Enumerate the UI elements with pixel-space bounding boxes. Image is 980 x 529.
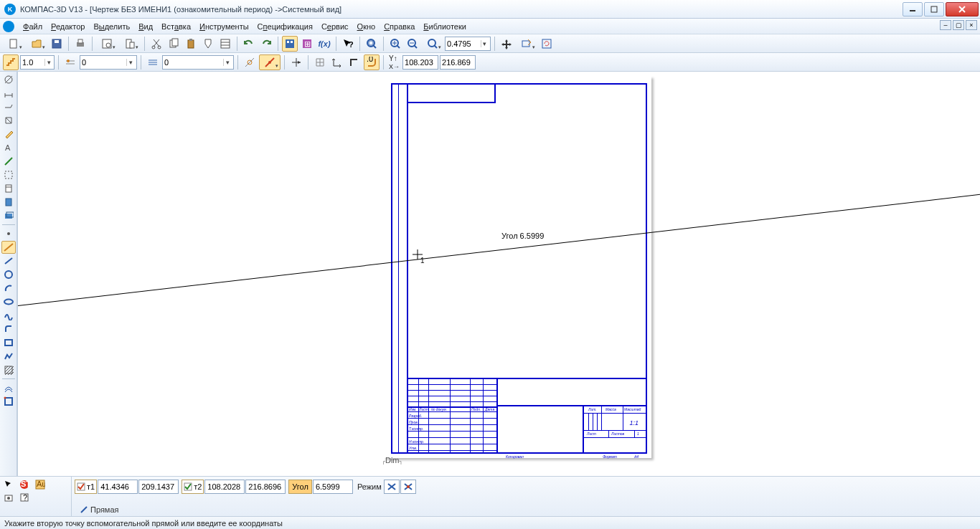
variables-button[interactable]: ⊞	[299, 36, 315, 52]
round-button[interactable]: .0	[364, 54, 380, 70]
help-cursor-button[interactable]: ?	[340, 36, 356, 52]
layer-state-icon[interactable]	[62, 54, 78, 70]
ortho-button[interactable]	[347, 54, 362, 70]
polyline-tool[interactable]	[1, 350, 16, 363]
property-tab[interactable]: Прямая	[76, 505, 123, 515]
circle-tool[interactable]	[1, 268, 16, 281]
paste-button[interactable]	[183, 36, 199, 52]
properties-button[interactable]	[217, 36, 233, 52]
maximize-button[interactable]	[924, 2, 944, 16]
zoom-fit-button[interactable]	[364, 36, 380, 52]
grid-button[interactable]	[312, 54, 328, 70]
undo-button[interactable]	[241, 36, 257, 52]
t2-y[interactable]	[245, 480, 286, 494]
zoom-window-button[interactable]	[422, 36, 443, 52]
param-panel-icon[interactable]: A	[1, 141, 16, 154]
dim-panel-icon[interactable]	[1, 87, 16, 100]
rectangle-tool[interactable]	[1, 336, 16, 349]
mode-no-intersect[interactable]	[384, 480, 400, 494]
help-obj-button[interactable]: ?	[17, 491, 32, 504]
redraw-button[interactable]	[539, 36, 555, 52]
zoom-out-button[interactable]	[405, 36, 420, 52]
fx-button[interactable]: f(x)	[316, 36, 332, 52]
angle-label[interactable]: Угол	[288, 480, 312, 494]
ortho-x-button[interactable]	[288, 54, 304, 70]
interrupt-button[interactable]: STOP	[17, 478, 32, 491]
format-painter-button[interactable]	[200, 36, 216, 52]
close-button[interactable]	[946, 2, 979, 16]
step-value[interactable]	[22, 58, 44, 67]
spec-panel-icon[interactable]	[1, 182, 16, 195]
menu-spec[interactable]: Спецификация	[253, 21, 317, 32]
arc-tool[interactable]	[1, 282, 16, 295]
angle-value[interactable]	[313, 480, 353, 494]
redo-button[interactable]	[258, 36, 274, 52]
menu-edit[interactable]: Редактор	[47, 21, 89, 32]
menu-select[interactable]: Выделить	[89, 21, 134, 32]
mdi-minimize[interactable]: –	[940, 20, 951, 30]
menu-help[interactable]: Справка	[380, 21, 419, 32]
print-button[interactable]	[72, 36, 88, 52]
aux-line-tool[interactable]	[1, 241, 16, 254]
t1-x[interactable]	[98, 480, 138, 494]
edit-panel-icon[interactable]	[1, 128, 16, 140]
menu-libs[interactable]: Библиотеки	[419, 21, 471, 32]
hatch-tool[interactable]	[1, 363, 16, 376]
spline-tool[interactable]	[1, 309, 16, 322]
open-button[interactable]	[26, 36, 47, 52]
coord-y-value[interactable]	[442, 58, 473, 67]
ellipse-tool[interactable]	[1, 295, 16, 308]
remember-state-button[interactable]	[1, 491, 16, 504]
construct-panel-icon[interactable]	[1, 114, 16, 127]
views-panel-icon[interactable]	[1, 209, 16, 222]
geom-panel-icon[interactable]	[1, 73, 16, 86]
drawing-canvas[interactable]: Изм. Лист № докум. Подп. Дата Разраб. Пр…	[17, 72, 980, 476]
create-object-button[interactable]	[1, 478, 16, 491]
copy-button[interactable]	[166, 36, 182, 52]
segment-tool[interactable]	[1, 254, 16, 267]
layer-value[interactable]	[82, 58, 126, 67]
linestyle-combo[interactable]: ▾	[162, 55, 234, 70]
select-panel-icon[interactable]	[1, 168, 16, 181]
collect-contour-tool[interactable]	[1, 395, 16, 408]
pan-button[interactable]	[499, 36, 514, 52]
snap-end-button[interactable]	[242, 54, 258, 70]
minimize-button[interactable]	[903, 2, 923, 16]
manager-button[interactable]	[282, 36, 298, 52]
menu-tools[interactable]: Инструменты	[195, 21, 253, 32]
mdi-app-icon[interactable]	[3, 21, 14, 32]
mdi-restore[interactable]: ▢	[953, 20, 964, 30]
menu-window[interactable]: Окно	[353, 21, 380, 32]
save-button[interactable]	[49, 36, 65, 52]
lcs-button[interactable]	[329, 54, 345, 70]
t2-checkbox[interactable]: т2	[182, 480, 204, 494]
linestyle-value[interactable]	[164, 58, 223, 67]
point-tool[interactable]	[1, 227, 16, 240]
coord-x-value[interactable]	[405, 58, 436, 67]
zoom-prev-button[interactable]	[516, 36, 537, 52]
measure-panel-icon[interactable]	[1, 155, 16, 168]
step-icon[interactable]	[3, 54, 19, 70]
menu-insert[interactable]: Вставка	[157, 21, 195, 32]
new-button[interactable]	[3, 36, 24, 52]
menu-file[interactable]: Файл	[19, 21, 47, 32]
linestyle-icon[interactable]	[145, 54, 161, 70]
report-panel-icon[interactable]	[1, 196, 16, 209]
mdi-close[interactable]: ×	[966, 20, 977, 30]
auto-create-button[interactable]: Auto	[33, 478, 47, 491]
cut-button[interactable]	[149, 36, 164, 52]
fillet-tool[interactable]	[1, 323, 16, 335]
coord-x-box[interactable]	[402, 55, 438, 70]
t1-checkbox[interactable]: т1	[75, 480, 97, 494]
preview-button[interactable]	[96, 36, 118, 52]
zoom-combo[interactable]: ▾	[445, 37, 491, 51]
t2-x[interactable]	[204, 480, 245, 494]
mode-intersect[interactable]	[400, 480, 416, 494]
notation-panel-icon[interactable]	[1, 100, 16, 113]
menu-view[interactable]: Вид	[134, 21, 157, 32]
layer-combo[interactable]: ▾	[80, 55, 137, 70]
zoom-in-button[interactable]	[387, 36, 403, 52]
menu-service[interactable]: Сервис	[317, 21, 353, 32]
coord-y-box[interactable]	[440, 55, 476, 70]
step-combo[interactable]: ▾	[20, 55, 55, 70]
